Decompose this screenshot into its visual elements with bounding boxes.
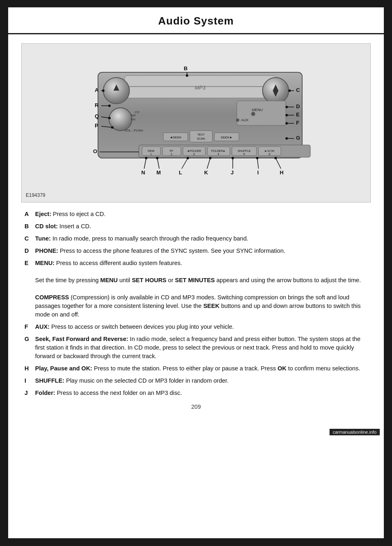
svg-text:M: M [156,169,161,176]
descriptions-table: A Eject: Press to eject a CD. B CD slot:… [21,208,371,399]
svg-text:4: 4 [218,153,219,156]
label-d: PHONE: [35,247,58,254]
svg-point-94 [209,157,212,159]
svg-text:VOL - PUSH: VOL - PUSH [125,129,143,132]
svg-line-62 [144,158,146,169]
svg-text:◄SEEK: ◄SEEK [169,136,182,139]
svg-text:I: I [257,169,259,176]
svg-point-97 [274,157,277,159]
svg-point-85 [285,114,288,116]
svg-text:D: D [296,103,300,109]
page-title: Audio System [8,15,384,27]
diagram-container: MP3 AM FM CD V [21,43,371,203]
label-b: CD slot: [35,223,58,230]
letter-i: I [21,375,33,387]
letter-g: G [21,333,33,363]
svg-text:O: O [93,148,97,154]
svg-point-82 [186,74,188,77]
svg-line-68 [207,158,210,169]
desc-j: Folder: Press to access the next folder … [33,387,371,399]
desc-b: CD slot: Insert a CD. [33,221,371,233]
letter-a: A [21,208,33,221]
svg-text:K: K [204,169,208,176]
letter-f: F [21,321,33,333]
desc-i: SHUFFLE: Play music on the selected CD o… [33,375,371,387]
table-row: D PHONE: Press to access the phone featu… [21,245,371,257]
svg-text:6: 6 [269,153,270,156]
svg-text:F: F [296,120,299,126]
svg-line-72 [257,158,258,169]
svg-point-92 [156,157,158,159]
svg-point-84 [285,106,288,108]
letter-h: H [21,363,33,375]
svg-text:B: B [184,65,187,71]
svg-text:SHUFFLE: SHUFFLE [238,149,251,152]
svg-text:MP3: MP3 [195,85,206,91]
table-row: C Tune: In radio mode, press to manually… [21,233,371,245]
page-number: 209 [21,399,371,416]
letter-b: B [21,221,33,233]
svg-text:TEXT: TEXT [197,133,205,136]
figure-id: E194379 [26,192,366,198]
svg-point-93 [187,157,189,159]
svg-text:C: C [296,87,300,93]
table-row: A Eject: Press to eject a CD. [21,208,371,221]
svg-point-91 [145,157,147,159]
desc-g: Seek, Fast Forward and Reverse: In radio… [33,333,371,363]
svg-text:AM: AM [131,114,136,117]
svg-text:E: E [296,111,300,118]
desc-d: PHONE: Press to access the phone feature… [33,245,371,257]
letter-j: J [21,387,33,399]
svg-text:FM: FM [131,118,136,121]
svg-point-90 [111,126,114,129]
svg-text:1: 1 [150,153,152,156]
table-row: F AUX: Press to access or switch between… [21,321,371,333]
svg-text:CD: CD [135,110,140,114]
svg-text:G: G [296,135,300,141]
page-header: Audio System [8,7,384,34]
svg-text:SCAN: SCAN [197,137,205,140]
page: Audio System [8,7,384,538]
letter-e: E [21,257,33,321]
label-j: Folder: [35,390,55,396]
label-c: Tune: [35,235,51,242]
svg-point-18 [236,118,239,122]
svg-text:L: L [179,169,182,176]
svg-text:P: P [95,123,98,129]
svg-point-89 [108,117,111,119]
svg-text:H: H [280,169,283,176]
desc-a: Eject: Press to eject a CD. [33,208,371,221]
desc-c: Tune: In radio mode, press to manually s… [33,233,371,245]
svg-text:N: N [141,169,145,176]
svg-text:J: J [231,169,234,176]
audio-system-diagram: MP3 AM FM CD V [49,52,343,191]
svg-point-95 [232,157,234,159]
table-row: I SHUFFLE: Play music on the selected CD… [21,375,371,387]
table-row: G Seek, Fast Forward and Reverse: In rad… [21,333,371,363]
letter-d: D [21,245,33,257]
table-row: B CD slot: Insert a CD. [21,221,371,233]
content-area: MP3 AM FM CD V [8,43,384,428]
svg-text:FOLDER►: FOLDER► [211,149,225,152]
svg-point-88 [108,105,111,107]
svg-text:SEEK►: SEEK► [220,136,232,139]
svg-point-81 [102,89,105,92]
desc-e: MENU: Press to access different audio sy… [33,257,371,321]
label-i: SHUFFLE: [35,377,65,384]
label-a: Eject: [35,211,51,217]
diagram-svg: MP3 AM FM CD V [26,52,366,191]
svg-text:R: R [95,102,99,108]
svg-point-83 [288,89,291,92]
watermark: carmanualsonline.info [330,429,380,435]
svg-text:3: 3 [193,153,195,156]
label-e: MENU: [35,260,55,266]
svg-line-66 [182,158,188,169]
label-h: Play, Pause and OK: [35,365,92,372]
desc-f: AUX: Press to access or switch between d… [33,321,371,333]
svg-point-16 [251,112,255,116]
svg-point-86 [285,122,288,125]
svg-rect-21 [190,131,212,142]
svg-text:5: 5 [243,153,245,156]
svg-point-87 [285,137,288,140]
label-f: AUX: [35,323,49,330]
